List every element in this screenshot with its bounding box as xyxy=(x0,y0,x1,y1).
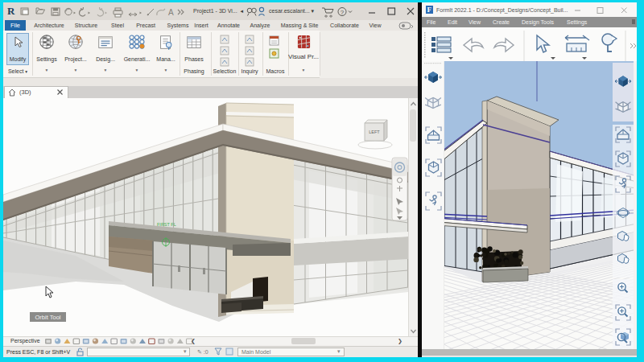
svg-text:LEFT: LEFT xyxy=(369,130,380,134)
svg-text:?: ? xyxy=(341,9,345,16)
svg-text:A: A xyxy=(168,8,174,17)
svg-text:FIRST FL: FIRST FL xyxy=(157,222,176,227)
svg-text:Orbit Tool: Orbit Tool xyxy=(35,314,61,321)
